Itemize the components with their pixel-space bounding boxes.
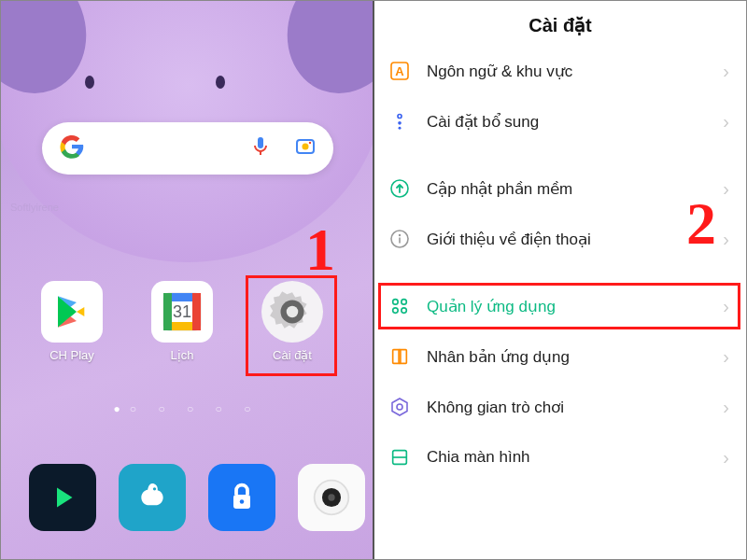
dock-row: [29, 464, 365, 531]
mic-icon[interactable]: [249, 135, 272, 161]
svg-text:A: A: [395, 64, 404, 78]
app-label: Lịch: [171, 348, 194, 362]
info-icon: [388, 227, 412, 251]
svg-rect-6: [163, 293, 172, 330]
svg-point-32: [397, 404, 402, 410]
svg-point-20: [398, 121, 402, 125]
item-label: Ngôn ngữ & khu vực: [427, 62, 708, 81]
chevron-right-icon: ›: [723, 397, 729, 418]
chevron-right-icon: ›: [723, 61, 729, 82]
chevron-right-icon: ›: [723, 178, 729, 200]
lang-a-icon: A: [388, 59, 412, 83]
item-label: Không gian trò chơi: [427, 398, 708, 417]
wallpaper-signature: Softlyirene: [10, 202, 59, 213]
svg-point-13: [240, 499, 245, 504]
page-indicator: ●○ ○ ○ ○ ○: [1, 402, 373, 415]
settings-item-game-space[interactable]: Không gian trò chơi ›: [374, 382, 746, 432]
svg-rect-7: [192, 293, 201, 330]
settings-item-app-management[interactable]: Quản lý ứng dụng ›: [374, 281, 746, 331]
lens-icon[interactable]: [294, 135, 317, 161]
calendar-icon: 31: [151, 281, 213, 343]
game-icon: [388, 395, 412, 419]
google-logo-icon: [59, 133, 85, 163]
settings-item-update[interactable]: Cập nhật phần mềm ›: [374, 163, 746, 214]
settings-screen: Cài đặt 2 A Ngôn ngữ & khu vực › Cài đặt…: [374, 1, 746, 559]
page-title: Cài đặt: [374, 1, 746, 46]
item-label: Cài đặt bổ sung: [427, 112, 708, 132]
wallpaper-eye: [216, 76, 225, 89]
dock-camera-app[interactable]: [298, 464, 365, 531]
app-label: CH Play: [49, 348, 94, 362]
dock-bird-app[interactable]: [119, 464, 186, 531]
settings-item-additional[interactable]: Cài đặt bổ sung ›: [374, 96, 746, 147]
svg-point-24: [399, 234, 401, 236]
google-search-bar[interactable]: [42, 122, 333, 175]
highlight-box-2: [378, 283, 740, 329]
svg-point-2: [309, 142, 311, 144]
item-label: Cập nhật phần mềm: [427, 179, 708, 199]
svg-point-11: [153, 487, 156, 490]
app-ch-play[interactable]: CH Play: [29, 281, 115, 362]
settings-item-split-screen[interactable]: Chia màn hình ›: [374, 432, 746, 483]
split-icon: [388, 445, 412, 469]
svg-rect-25: [399, 238, 401, 244]
svg-point-19: [398, 114, 402, 118]
item-label: Chia màn hình: [427, 448, 708, 467]
settings-item-app-clone[interactable]: Nhân bản ứng dụng ›: [374, 331, 746, 382]
app-calendar[interactable]: 31 Lịch: [139, 281, 225, 362]
item-label: Nhân bản ứng dụng: [427, 347, 708, 367]
chevron-right-icon: ›: [723, 111, 729, 133]
play-store-icon: [41, 281, 103, 343]
highlight-box-1: [246, 275, 337, 376]
chevron-right-icon: ›: [723, 346, 729, 368]
svg-point-1: [303, 144, 309, 150]
more-dots-icon: [388, 109, 412, 133]
step-annotation-1: 1: [305, 216, 335, 285]
svg-point-21: [399, 127, 402, 130]
item-label: Giới thiệu về điện thoại: [427, 230, 708, 249]
svg-text:31: 31: [173, 302, 191, 321]
settings-item-language[interactable]: A Ngôn ngữ & khu vực ›: [374, 46, 746, 96]
wallpaper-eye: [85, 76, 94, 89]
chevron-right-icon: ›: [723, 229, 729, 250]
svg-point-16: [328, 494, 334, 500]
clone-icon: [388, 344, 412, 369]
dock-lock-app[interactable]: [208, 464, 275, 531]
dock-media-app[interactable]: [29, 464, 96, 531]
home-screen: Softlyirene 1 CH Play: [1, 1, 374, 559]
settings-item-about[interactable]: Giới thiệu về điện thoại ›: [374, 214, 746, 264]
settings-list: A Ngôn ngữ & khu vực › Cài đặt bổ sung ›…: [374, 46, 746, 483]
update-arrow-icon: [388, 176, 412, 201]
chevron-right-icon: ›: [723, 447, 729, 469]
